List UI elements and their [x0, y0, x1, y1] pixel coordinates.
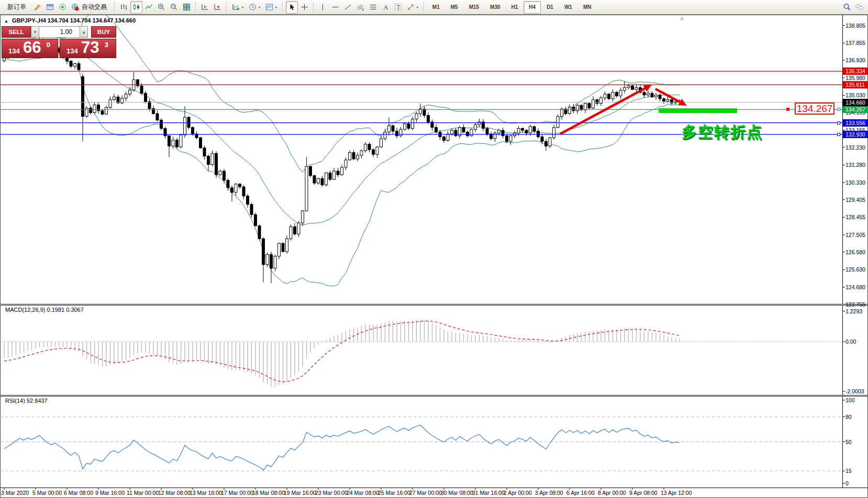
rsi-tick-label: 0 [845, 480, 849, 486]
rsi-tick-label: 15 [845, 468, 852, 474]
timeframe-h4[interactable]: H4 [524, 1, 541, 14]
volume-decrease-button[interactable]: ▼ [31, 26, 39, 38]
collapse-panel-icon[interactable]: ▲ [4, 19, 8, 24]
new-order-button[interactable]: 新订单 [3, 1, 31, 14]
price-tick-label: 130.330 [845, 179, 865, 186]
timeframe-d1[interactable]: D1 [541, 1, 559, 14]
macd-histogram [4, 320, 680, 387]
autotrading-button[interactable]: 自动交易 [69, 1, 112, 14]
buy-price-prefix: 134 [66, 47, 78, 55]
ohlc-low: 134.647 [93, 17, 114, 24]
crosshair-icon[interactable] [298, 1, 310, 14]
rsi-indicator-label: RSI(14) 52.8437 [5, 398, 48, 404]
macd-signal-line [4, 321, 680, 382]
pane-separator-rsi[interactable] [0, 395, 868, 397]
channel-icon[interactable]: E [354, 1, 366, 14]
line-chart-mode-icon[interactable] [143, 1, 155, 14]
sell-price-big: 66 [23, 38, 41, 57]
bollinger-middle-band[interactable] [4, 47, 680, 225]
price-tick-label: 125.630 [845, 266, 865, 273]
signal-radar-icon[interactable] [57, 1, 69, 14]
support-zone-bar[interactable] [659, 108, 737, 113]
label-tool-icon[interactable]: T [392, 1, 404, 14]
timeframe-mn[interactable]: MN [578, 1, 597, 14]
time-axis-label: 17 Mar 00:00 [221, 490, 253, 496]
search-icon[interactable] [841, 1, 853, 14]
vertical-line-icon[interactable] [317, 1, 329, 14]
chart-plot-area[interactable] [0, 0, 868, 498]
time-axis-label: 6 Apr 16:00 [566, 490, 595, 496]
volume-increase-button[interactable]: ▲ [80, 26, 88, 38]
highlighter-pen-icon[interactable] [31, 1, 43, 14]
macd-tick-label: 1.2293 [845, 308, 862, 314]
chat-icon[interactable] [853, 1, 865, 14]
volume-input[interactable] [39, 26, 80, 38]
toolbar-separator [114, 2, 115, 13]
toolbar: 新订单自动交易▼▼▼EFAT▼M1M5M15M30H1H4D1W1MN [0, 0, 868, 15]
line-anchor-handle[interactable] [837, 121, 840, 124]
time-axis-label: 9 Apr 08:00 [629, 490, 658, 496]
macd-indicator-label: MACD(12,26,9) 0.1981 0.3067 [5, 307, 84, 313]
arrows-shapes-icon[interactable]: ▼ [405, 1, 421, 14]
rsi-tick-label: 100 [845, 397, 855, 403]
buy-price-sup: 3 [105, 41, 108, 49]
chart-end-marker: ˄ [680, 16, 684, 23]
zoom-out-icon[interactable] [168, 1, 180, 14]
trendline-icon[interactable] [342, 1, 354, 14]
auto-scroll-icon[interactable] [199, 1, 211, 14]
periods-clock-icon[interactable]: ▼ [247, 1, 263, 14]
level-price-badge: 136.334 [843, 67, 868, 75]
fibonacci-icon[interactable]: F [367, 1, 379, 14]
news-window-icon[interactable] [44, 1, 56, 14]
pane-separator-macd[interactable] [0, 304, 868, 305]
candlestick-mode-icon[interactable] [130, 1, 142, 14]
time-axis-label: 19 Mar 16:00 [284, 490, 316, 496]
turning-point-annotation[interactable]: 多空转折点 [682, 122, 763, 143]
callout-anchor-handle[interactable] [786, 108, 789, 111]
price-tick-label: 124.680 [845, 284, 865, 290]
time-axis-label: 3 Mar 2020 [1, 490, 29, 496]
toolbar-separator [313, 2, 314, 13]
zoom-in-icon[interactable] [155, 1, 168, 14]
price-callout-box[interactable]: 134.267 [795, 103, 834, 115]
candlesticks[interactable] [3, 37, 681, 283]
time-axis-label: 27 Mar 00:00 [409, 490, 442, 496]
time-axis-label: 9 Mar 16:00 [95, 490, 125, 496]
time-axis-label: 11 Mar 00:00 [127, 490, 159, 496]
tile-windows-icon[interactable] [181, 1, 193, 14]
timeframe-m30[interactable]: M30 [485, 1, 505, 14]
templates-icon[interactable]: ▼ [263, 1, 280, 14]
price-tick-label: 135.980 [845, 75, 865, 81]
horizontal-line-icon[interactable] [329, 1, 341, 14]
text-tool-icon[interactable]: A [380, 1, 392, 14]
rsi-tick-label: 80 [845, 414, 852, 420]
time-axis-label: 31 Mar 16:00 [472, 490, 505, 496]
svg-text:T: T [397, 5, 400, 10]
svg-text:E: E [362, 8, 364, 11]
time-axis-label: 25 Mar 16:00 [378, 490, 410, 496]
sell-button[interactable]: SELL [2, 26, 31, 38]
chart-shift-icon[interactable] [212, 1, 224, 14]
line-anchor-handle[interactable] [837, 108, 840, 111]
trend-arrow-up[interactable] [560, 88, 645, 134]
timeframe-m15[interactable]: M15 [464, 1, 484, 14]
buy-button[interactable]: BUY [91, 26, 116, 38]
time-axis-label: 13 Mar 16:00 [190, 490, 222, 496]
bar-chart-mode-icon[interactable] [118, 1, 130, 14]
buy-price-tile[interactable]: 134 73 3 [60, 39, 116, 58]
timeframe-m5[interactable]: M5 [446, 1, 463, 14]
symbol-title: GBPJPY-,H4 [12, 17, 46, 24]
ohlc-close: 134.660 [115, 17, 136, 24]
line-anchor-handle[interactable] [837, 133, 840, 136]
sell-price-tile[interactable]: 134 66 0 [2, 39, 58, 58]
timeframe-w1[interactable]: W1 [559, 1, 577, 14]
indicators-icon[interactable]: ▼ [230, 1, 246, 14]
cursor-icon[interactable] [286, 1, 298, 14]
time-axis-label: 13 Apr 12:00 [661, 490, 692, 496]
price-tick-label: 136.930 [845, 57, 865, 63]
price-tick-label: 127.505 [845, 232, 865, 238]
timeframe-m1[interactable]: M1 [427, 1, 445, 14]
rsi-value: 52.8437 [27, 398, 48, 404]
timeframe-h1[interactable]: H1 [506, 1, 524, 14]
level-price-badge: 132.930 [843, 131, 868, 138]
